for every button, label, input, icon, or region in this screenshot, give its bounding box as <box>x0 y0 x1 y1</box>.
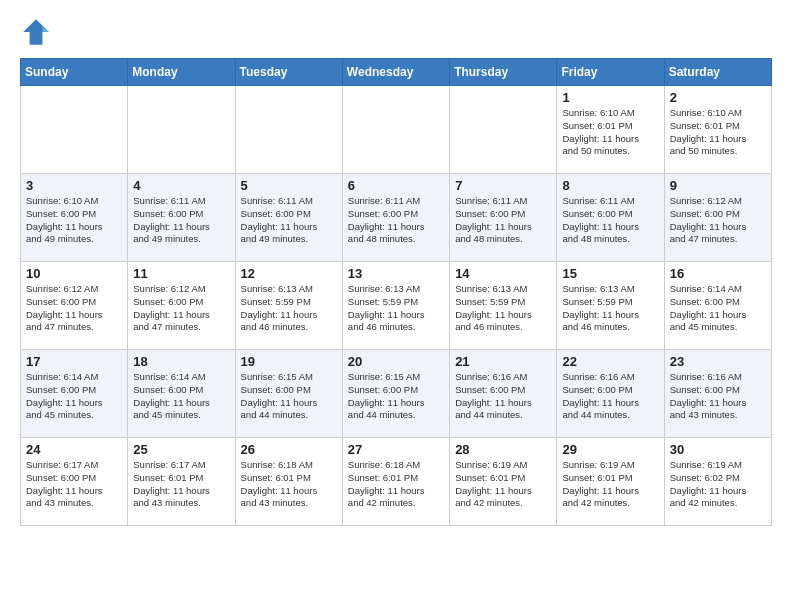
day-cell: 10Sunrise: 6:12 AM Sunset: 6:00 PM Dayli… <box>21 262 128 350</box>
week-row-3: 10Sunrise: 6:12 AM Sunset: 6:00 PM Dayli… <box>21 262 772 350</box>
day-cell: 7Sunrise: 6:11 AM Sunset: 6:00 PM Daylig… <box>450 174 557 262</box>
logo <box>20 16 56 48</box>
header <box>20 16 772 48</box>
day-cell: 17Sunrise: 6:14 AM Sunset: 6:00 PM Dayli… <box>21 350 128 438</box>
day-info: Sunrise: 6:19 AM Sunset: 6:01 PM Dayligh… <box>562 459 658 510</box>
weekday-header-friday: Friday <box>557 59 664 86</box>
day-number: 15 <box>562 266 658 281</box>
calendar-table: SundayMondayTuesdayWednesdayThursdayFrid… <box>20 58 772 526</box>
day-number: 22 <box>562 354 658 369</box>
day-info: Sunrise: 6:13 AM Sunset: 5:59 PM Dayligh… <box>348 283 444 334</box>
day-number: 10 <box>26 266 122 281</box>
day-info: Sunrise: 6:18 AM Sunset: 6:01 PM Dayligh… <box>348 459 444 510</box>
day-cell: 5Sunrise: 6:11 AM Sunset: 6:00 PM Daylig… <box>235 174 342 262</box>
day-cell: 30Sunrise: 6:19 AM Sunset: 6:02 PM Dayli… <box>664 438 771 526</box>
day-cell: 15Sunrise: 6:13 AM Sunset: 5:59 PM Dayli… <box>557 262 664 350</box>
day-cell: 25Sunrise: 6:17 AM Sunset: 6:01 PM Dayli… <box>128 438 235 526</box>
day-number: 8 <box>562 178 658 193</box>
day-cell: 16Sunrise: 6:14 AM Sunset: 6:00 PM Dayli… <box>664 262 771 350</box>
day-number: 17 <box>26 354 122 369</box>
day-cell: 3Sunrise: 6:10 AM Sunset: 6:00 PM Daylig… <box>21 174 128 262</box>
day-info: Sunrise: 6:16 AM Sunset: 6:00 PM Dayligh… <box>455 371 551 422</box>
weekday-header-tuesday: Tuesday <box>235 59 342 86</box>
day-info: Sunrise: 6:10 AM Sunset: 6:00 PM Dayligh… <box>26 195 122 246</box>
day-number: 9 <box>670 178 766 193</box>
weekday-header-row: SundayMondayTuesdayWednesdayThursdayFrid… <box>21 59 772 86</box>
day-info: Sunrise: 6:12 AM Sunset: 6:00 PM Dayligh… <box>670 195 766 246</box>
weekday-header-sunday: Sunday <box>21 59 128 86</box>
weekday-header-thursday: Thursday <box>450 59 557 86</box>
day-cell: 18Sunrise: 6:14 AM Sunset: 6:00 PM Dayli… <box>128 350 235 438</box>
day-info: Sunrise: 6:11 AM Sunset: 6:00 PM Dayligh… <box>348 195 444 246</box>
day-number: 30 <box>670 442 766 457</box>
day-info: Sunrise: 6:10 AM Sunset: 6:01 PM Dayligh… <box>562 107 658 158</box>
logo-icon <box>20 16 52 48</box>
day-info: Sunrise: 6:17 AM Sunset: 6:01 PM Dayligh… <box>133 459 229 510</box>
day-number: 13 <box>348 266 444 281</box>
day-cell <box>21 86 128 174</box>
day-cell: 21Sunrise: 6:16 AM Sunset: 6:00 PM Dayli… <box>450 350 557 438</box>
day-info: Sunrise: 6:19 AM Sunset: 6:02 PM Dayligh… <box>670 459 766 510</box>
day-info: Sunrise: 6:11 AM Sunset: 6:00 PM Dayligh… <box>241 195 337 246</box>
day-info: Sunrise: 6:16 AM Sunset: 6:00 PM Dayligh… <box>562 371 658 422</box>
day-cell: 9Sunrise: 6:12 AM Sunset: 6:00 PM Daylig… <box>664 174 771 262</box>
day-info: Sunrise: 6:14 AM Sunset: 6:00 PM Dayligh… <box>133 371 229 422</box>
day-number: 20 <box>348 354 444 369</box>
day-info: Sunrise: 6:17 AM Sunset: 6:00 PM Dayligh… <box>26 459 122 510</box>
day-info: Sunrise: 6:10 AM Sunset: 6:01 PM Dayligh… <box>670 107 766 158</box>
day-info: Sunrise: 6:11 AM Sunset: 6:00 PM Dayligh… <box>133 195 229 246</box>
day-info: Sunrise: 6:13 AM Sunset: 5:59 PM Dayligh… <box>455 283 551 334</box>
day-cell: 23Sunrise: 6:16 AM Sunset: 6:00 PM Dayli… <box>664 350 771 438</box>
day-cell: 6Sunrise: 6:11 AM Sunset: 6:00 PM Daylig… <box>342 174 449 262</box>
day-info: Sunrise: 6:11 AM Sunset: 6:00 PM Dayligh… <box>562 195 658 246</box>
day-number: 3 <box>26 178 122 193</box>
day-info: Sunrise: 6:14 AM Sunset: 6:00 PM Dayligh… <box>670 283 766 334</box>
day-number: 7 <box>455 178 551 193</box>
week-row-5: 24Sunrise: 6:17 AM Sunset: 6:00 PM Dayli… <box>21 438 772 526</box>
page: SundayMondayTuesdayWednesdayThursdayFrid… <box>0 0 792 542</box>
day-info: Sunrise: 6:14 AM Sunset: 6:00 PM Dayligh… <box>26 371 122 422</box>
day-cell: 4Sunrise: 6:11 AM Sunset: 6:00 PM Daylig… <box>128 174 235 262</box>
day-info: Sunrise: 6:12 AM Sunset: 6:00 PM Dayligh… <box>133 283 229 334</box>
day-cell: 12Sunrise: 6:13 AM Sunset: 5:59 PM Dayli… <box>235 262 342 350</box>
day-number: 18 <box>133 354 229 369</box>
day-cell: 29Sunrise: 6:19 AM Sunset: 6:01 PM Dayli… <box>557 438 664 526</box>
day-cell: 27Sunrise: 6:18 AM Sunset: 6:01 PM Dayli… <box>342 438 449 526</box>
week-row-1: 1Sunrise: 6:10 AM Sunset: 6:01 PM Daylig… <box>21 86 772 174</box>
day-info: Sunrise: 6:16 AM Sunset: 6:00 PM Dayligh… <box>670 371 766 422</box>
day-number: 24 <box>26 442 122 457</box>
day-cell: 14Sunrise: 6:13 AM Sunset: 5:59 PM Dayli… <box>450 262 557 350</box>
day-cell <box>235 86 342 174</box>
day-cell: 19Sunrise: 6:15 AM Sunset: 6:00 PM Dayli… <box>235 350 342 438</box>
day-cell: 20Sunrise: 6:15 AM Sunset: 6:00 PM Dayli… <box>342 350 449 438</box>
day-info: Sunrise: 6:15 AM Sunset: 6:00 PM Dayligh… <box>241 371 337 422</box>
weekday-header-saturday: Saturday <box>664 59 771 86</box>
day-number: 16 <box>670 266 766 281</box>
week-row-2: 3Sunrise: 6:10 AM Sunset: 6:00 PM Daylig… <box>21 174 772 262</box>
day-number: 5 <box>241 178 337 193</box>
weekday-header-wednesday: Wednesday <box>342 59 449 86</box>
day-number: 2 <box>670 90 766 105</box>
day-info: Sunrise: 6:19 AM Sunset: 6:01 PM Dayligh… <box>455 459 551 510</box>
day-cell <box>450 86 557 174</box>
day-cell: 1Sunrise: 6:10 AM Sunset: 6:01 PM Daylig… <box>557 86 664 174</box>
day-info: Sunrise: 6:13 AM Sunset: 5:59 PM Dayligh… <box>241 283 337 334</box>
day-cell <box>128 86 235 174</box>
day-number: 6 <box>348 178 444 193</box>
day-cell: 2Sunrise: 6:10 AM Sunset: 6:01 PM Daylig… <box>664 86 771 174</box>
weekday-header-monday: Monday <box>128 59 235 86</box>
day-number: 23 <box>670 354 766 369</box>
day-info: Sunrise: 6:18 AM Sunset: 6:01 PM Dayligh… <box>241 459 337 510</box>
day-cell: 22Sunrise: 6:16 AM Sunset: 6:00 PM Dayli… <box>557 350 664 438</box>
day-info: Sunrise: 6:12 AM Sunset: 6:00 PM Dayligh… <box>26 283 122 334</box>
day-cell: 24Sunrise: 6:17 AM Sunset: 6:00 PM Dayli… <box>21 438 128 526</box>
day-number: 27 <box>348 442 444 457</box>
day-cell: 11Sunrise: 6:12 AM Sunset: 6:00 PM Dayli… <box>128 262 235 350</box>
day-cell: 13Sunrise: 6:13 AM Sunset: 5:59 PM Dayli… <box>342 262 449 350</box>
day-number: 28 <box>455 442 551 457</box>
week-row-4: 17Sunrise: 6:14 AM Sunset: 6:00 PM Dayli… <box>21 350 772 438</box>
day-number: 14 <box>455 266 551 281</box>
day-number: 12 <box>241 266 337 281</box>
day-cell: 8Sunrise: 6:11 AM Sunset: 6:00 PM Daylig… <box>557 174 664 262</box>
day-number: 19 <box>241 354 337 369</box>
